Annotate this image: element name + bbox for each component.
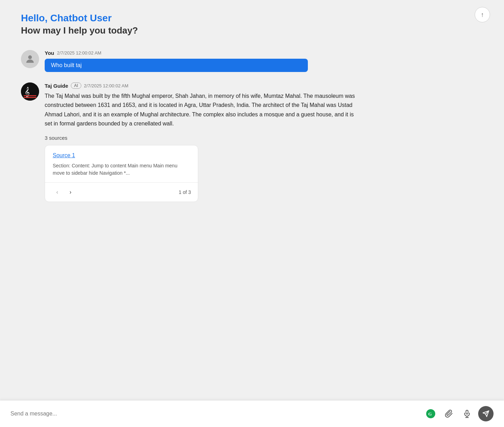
chevron-right-icon: › [69,189,71,195]
ai-badge: AI [71,82,81,89]
message-input[interactable] [10,411,420,417]
bot-message-time: 2/7/2025 12:00:02 AM [84,83,128,88]
chevron-left-icon: ‹ [56,189,58,195]
source-page-indicator: 1 of 3 [179,189,191,195]
grammarly-button[interactable]: G [424,407,438,421]
attach-button[interactable] [442,407,456,421]
chat-messages: You 2/7/2025 12:00:02 AM Who built taj 𝄞 [0,36,504,400]
greeting-hello: Hello, Chatbot User [21,13,483,24]
user-author-label: You [45,50,54,56]
bot-message-content: Taj Guide AI 2/7/2025 12:00:02 AM The Ta… [45,82,483,202]
source-link[interactable]: Source 1 [53,152,190,159]
svg-text:G: G [428,411,432,417]
source-nav: ‹ › [52,187,76,197]
mic-icon [463,410,471,418]
source-excerpt: Section: Content: Jump to content Main m… [53,162,190,177]
bot-message-text: The Taj Mahal was built by the fifth Mug… [45,92,359,129]
source-prev-button[interactable]: ‹ [52,187,62,197]
source-card: Source 1 Section: Content: Jump to conte… [45,145,198,202]
svg-rect-7 [466,410,468,414]
attach-icon [445,410,453,418]
user-message-time: 2/7/2025 12:00:02 AM [57,50,101,56]
bot-author-label: Taj Guide [45,83,68,89]
svg-point-0 [28,55,32,59]
user-avatar [21,50,39,68]
user-avatar-icon [24,53,36,65]
user-message-content: You 2/7/2025 12:00:02 AM Who built taj [45,50,483,72]
input-bar: G [0,400,504,427]
user-message-meta: You 2/7/2025 12:00:02 AM [45,50,483,56]
bot-message-row: 𝄞 Taj Guide AI 2/7/2025 12:00:02 AM The … [21,82,483,202]
user-message-row: You 2/7/2025 12:00:02 AM Who built taj [21,50,483,72]
bot-avatar-icon: 𝄞 [21,82,39,101]
source-card-body: Source 1 Section: Content: Jump to conte… [45,145,198,182]
sources-label: 3 sources [45,135,483,141]
mic-button[interactable] [460,407,474,421]
user-message-bubble: Who built taj [45,59,308,72]
source-next-button[interactable]: › [65,187,76,197]
source-card-footer: ‹ › 1 of 3 [45,182,198,202]
send-icon [482,410,489,417]
greeting-section: Hello, Chatbot User How may I help you t… [0,0,504,36]
greeting-sub: How may I help you today? [21,25,483,36]
bot-avatar: 𝄞 [21,82,39,101]
bot-message-meta: Taj Guide AI 2/7/2025 12:00:02 AM [45,82,483,89]
send-button[interactable] [478,406,494,421]
grammarly-icon: G [426,409,436,419]
